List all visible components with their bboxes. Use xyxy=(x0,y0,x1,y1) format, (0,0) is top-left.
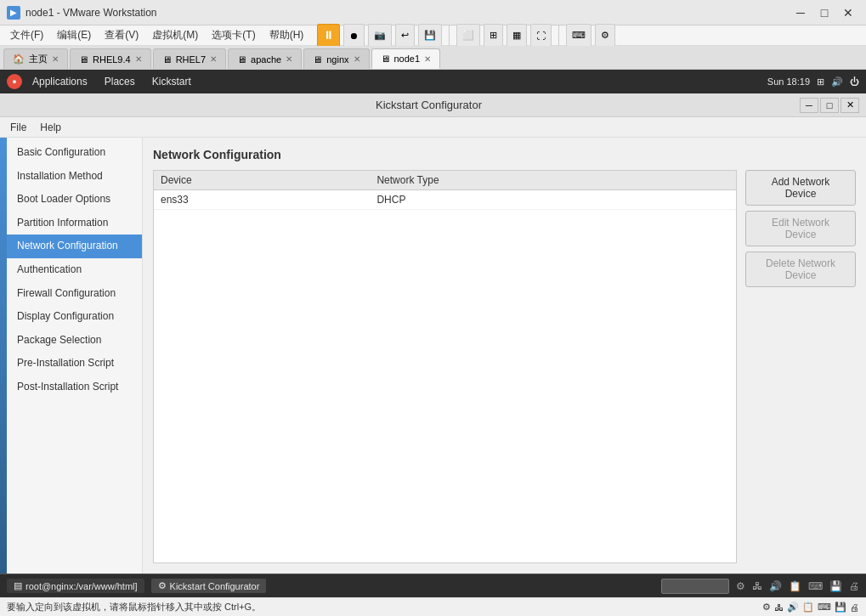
add-network-device-button[interactable]: Add Network Device xyxy=(745,170,856,206)
kickstart-status[interactable]: ⚙ Kickstart Configurator xyxy=(151,579,267,593)
terminal-status[interactable]: ▤ root@nginx:/var/www/html] xyxy=(7,579,144,593)
suspend-button[interactable]: 💾 xyxy=(418,24,442,48)
menu-tabs[interactable]: 选项卡(T) xyxy=(205,26,262,44)
menu-help[interactable]: 帮助(H) xyxy=(263,26,311,44)
sys-power-icon[interactable]: ⏻ xyxy=(850,76,859,87)
tab-apache-icon: 🖥 xyxy=(237,54,246,65)
power-button[interactable]: ⏺ xyxy=(343,24,365,48)
revert-button[interactable]: ↩ xyxy=(395,24,415,48)
console-button[interactable]: ⌨ xyxy=(566,24,591,48)
gnome-icon: ● xyxy=(7,74,22,89)
menu-bar: 文件(F) 编辑(E) 查看(V) 虚拟机(M) 选项卡(T) 帮助(H) ⏸ … xyxy=(0,25,866,46)
sys-time: Sun 18:19 xyxy=(767,76,810,87)
sidebar-item-authentication[interactable]: Authentication xyxy=(7,258,142,282)
vmware-title: node1 - VMware Workstation xyxy=(25,7,157,19)
tab-home-close[interactable]: ✕ xyxy=(52,54,59,64)
ks-restore-button[interactable]: □ xyxy=(820,98,839,113)
separator-1 xyxy=(449,25,450,46)
tab-rhel94-close[interactable]: ✕ xyxy=(135,54,142,64)
ks-menu-bar: File Help xyxy=(0,117,866,138)
tab-home-label: 主页 xyxy=(29,53,48,65)
ks-close-button[interactable]: ✕ xyxy=(841,98,859,113)
ks-status-label: Kickstart Configurator xyxy=(170,581,260,591)
system-bar: ● Applications Places Kickstart Sun 18:1… xyxy=(0,70,866,93)
sys-kickstart[interactable]: Kickstart xyxy=(145,76,198,88)
tab-apache-close[interactable]: ✕ xyxy=(286,54,292,64)
ks-menu-file[interactable]: File xyxy=(3,120,33,135)
tab-apache[interactable]: 🖥 apache ✕ xyxy=(228,48,302,69)
notif-icon-network: 🖧 xyxy=(774,602,784,613)
maximize-button[interactable]: □ xyxy=(813,4,835,21)
sys-volume-icon[interactable]: 🔊 xyxy=(831,76,843,88)
snapshot-button[interactable]: 📷 xyxy=(368,24,392,48)
network-table-area: Device Network Type ens33 DHCP xyxy=(153,170,856,563)
notif-icon-volume: 🔊 xyxy=(787,602,799,613)
menu-edit[interactable]: 编辑(E) xyxy=(50,26,98,44)
sidebar-item-network-configuration[interactable]: Network Configuration xyxy=(7,235,142,258)
sys-network-icon: ⊞ xyxy=(817,76,824,88)
notif-icon-disk: 💾 xyxy=(835,602,846,613)
tab-node1-close[interactable]: ✕ xyxy=(424,54,431,64)
tab-rhel7-icon: 🖥 xyxy=(162,54,172,65)
tab-rhel7[interactable]: 🖥 RHEL7 ✕ xyxy=(153,48,226,69)
delete-network-device-button[interactable]: Delete Network Device xyxy=(745,251,856,287)
sys-applications[interactable]: Applications xyxy=(25,76,94,88)
menu-file[interactable]: 文件(F) xyxy=(3,26,50,44)
sidebar-item-boot-loader-options[interactable]: Boot Loader Options xyxy=(7,188,142,212)
status-bar: ▤ root@nginx:/var/www/html] ⚙ Kickstart … xyxy=(0,574,866,597)
menu-vm[interactable]: 虚拟机(M) xyxy=(145,26,205,44)
tab-rhel7-close[interactable]: ✕ xyxy=(210,54,217,64)
col-network-type: Network Type xyxy=(370,171,736,190)
tab-nginx-close[interactable]: ✕ xyxy=(354,54,360,64)
tab-rhel94[interactable]: 🖥 RHEL9.4 ✕ xyxy=(70,48,151,69)
minimize-button[interactable]: ─ xyxy=(790,4,812,21)
content-area: Network Configuration Device Network Typ… xyxy=(143,138,866,574)
status-icon-6: 💾 xyxy=(829,580,842,592)
network-table: Device Network Type ens33 DHCP xyxy=(154,171,736,210)
split-button[interactable]: ⊞ xyxy=(484,24,503,48)
terminal-label: root@nginx:/var/www/html] xyxy=(25,581,138,591)
pause-button[interactable]: ⏸ xyxy=(317,24,340,48)
tab-node1-icon: 🖥 xyxy=(381,54,390,64)
view-button[interactable]: ⬜ xyxy=(456,24,480,48)
status-icon-5: ⌨ xyxy=(808,580,823,592)
tab-node1[interactable]: 🖥 node1 ✕ xyxy=(371,48,441,69)
separator-2 xyxy=(558,25,559,46)
tab-button[interactable]: ▦ xyxy=(507,24,527,48)
ks-menu-help[interactable]: Help xyxy=(33,120,68,135)
status-icon-4: 📋 xyxy=(789,580,801,592)
sidebar-item-pre-installation-script[interactable]: Pre-Installation Script xyxy=(7,352,142,376)
sys-places[interactable]: Places xyxy=(98,76,142,88)
sidebar-item-firewall-configuration[interactable]: Firewall Configuration xyxy=(7,282,142,306)
ks-minimize-button[interactable]: ─ xyxy=(800,98,818,113)
edit-network-device-button[interactable]: Edit Network Device xyxy=(745,211,856,246)
status-search-input[interactable] xyxy=(661,579,729,594)
ks-status-icon: ⚙ xyxy=(158,580,167,591)
table-row[interactable]: ens33 DHCP xyxy=(154,190,736,210)
notification-bar: 要输入定向到该虚拟机，请将鼠标指针移入其中或按 Ctrl+G。 ⚙ 🖧 🔊 📋 … xyxy=(0,597,866,616)
tab-nginx[interactable]: 🖥 nginx ✕ xyxy=(303,48,369,69)
settings-button[interactable]: ⚙ xyxy=(595,24,615,48)
sidebar-item-display-configuration[interactable]: Display Configuration xyxy=(7,305,142,329)
tab-home[interactable]: 🏠 主页 ✕ xyxy=(3,48,68,69)
tab-rhel94-icon: 🖥 xyxy=(79,54,88,65)
tab-home-icon: 🏠 xyxy=(13,54,25,65)
menu-view[interactable]: 查看(V) xyxy=(98,26,145,44)
status-icon-2: 🖧 xyxy=(752,580,762,592)
sidebar-item-partition-information[interactable]: Partition Information xyxy=(7,212,142,235)
sidebar-item-basic-configuration[interactable]: Basic Configuration xyxy=(7,141,142,165)
sidebar-item-package-selection[interactable]: Package Selection xyxy=(7,329,142,353)
left-accent-bar xyxy=(0,138,7,574)
col-device: Device xyxy=(154,171,370,190)
network-table-container: Device Network Type ens33 DHCP xyxy=(153,170,737,563)
tab-apache-label: apache xyxy=(251,54,281,65)
cell-device: ens33 xyxy=(154,190,370,210)
tab-node1-label: node1 xyxy=(394,54,421,64)
status-icon-7: 🖨 xyxy=(849,580,859,592)
close-button[interactable]: ✕ xyxy=(837,4,859,21)
sidebar-item-post-installation-script[interactable]: Post-Installation Script xyxy=(7,376,142,399)
fullscreen-button[interactable]: ⛶ xyxy=(530,24,552,48)
terminal-icon: ▤ xyxy=(14,580,22,591)
sidebar-item-installation-method[interactable]: Installation Method xyxy=(7,165,142,189)
kickstart-title-bar: Kickstart Configurator ─ □ ✕ xyxy=(0,93,866,117)
